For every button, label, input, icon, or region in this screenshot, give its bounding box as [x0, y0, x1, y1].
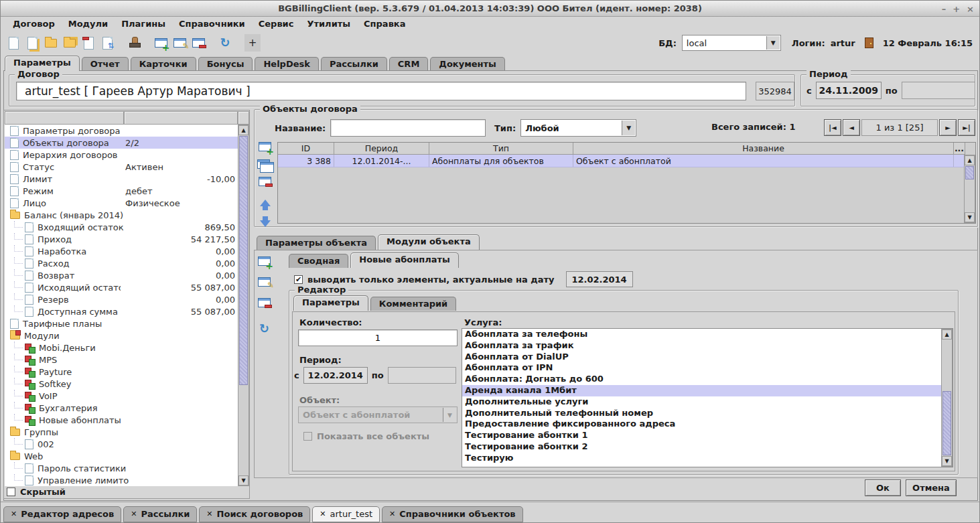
tree-item-tariffs[interactable]: Тарифные планы — [5, 317, 238, 329]
close-icon[interactable]: ✕ — [206, 510, 212, 518]
copy-object-button[interactable] — [257, 159, 273, 171]
minimize-button[interactable]: – — [942, 4, 947, 14]
menu-directories[interactable]: Справочники — [172, 17, 252, 31]
scroll-up-icon[interactable]: ▲ — [942, 329, 952, 340]
tab-new-subscriptions[interactable]: Новые абонплаты — [350, 252, 458, 268]
menu-utilities[interactable]: Утилиты — [300, 17, 357, 31]
tree-item-contract-params[interactable]: Параметры договора — [5, 125, 238, 137]
list-item[interactable]: Предоставление фиксированного адреса — [462, 419, 953, 430]
tree-item-status[interactable]: СтатусАктивен — [5, 161, 238, 173]
sync-documents-button[interactable]: ⇅ — [98, 34, 116, 52]
tab-object-modules[interactable]: Модули объекта — [378, 234, 480, 250]
tree-header-col1[interactable] — [5, 111, 124, 125]
object-type-select[interactable]: Любой ▼ — [520, 119, 636, 137]
tab-mailings[interactable]: Рассылки — [321, 57, 387, 71]
list-item[interactable]: Абонплата: Догнать до 600 — [462, 374, 953, 385]
move-up-button[interactable] — [260, 200, 271, 206]
remove-object-button[interactable] — [259, 177, 271, 188]
menu-plugins[interactable]: Плагины — [115, 17, 172, 31]
tree-scrollbar[interactable]: ▲ ▼ — [238, 125, 249, 486]
tree-item-payture[interactable]: Payture — [5, 366, 238, 378]
col-period[interactable]: Период — [334, 143, 429, 155]
tree-item-balance[interactable]: Баланс (январь 2014) — [5, 209, 238, 221]
tree-item-mps[interactable]: MPS — [5, 354, 238, 366]
tab-crm[interactable]: CRM — [389, 57, 429, 71]
maximize-button[interactable]: + — [953, 4, 960, 14]
service-scrollbar-thumb[interactable] — [942, 391, 951, 455]
window-add-button[interactable] — [152, 34, 169, 52]
add-item-button[interactable] — [258, 256, 271, 268]
tab-parameters[interactable]: Параметры — [5, 56, 80, 71]
quantity-input[interactable] — [298, 329, 458, 346]
tree-item-hierarchy[interactable]: Иерархия договоров — [5, 149, 238, 161]
tree-item-new-subscriptions[interactable]: Новые абонплаты — [5, 414, 238, 426]
tree-item-opening-balance[interactable]: Входящий остаток869,50 — [5, 221, 238, 233]
tree-item-accounting[interactable]: Бухгалтерия — [5, 402, 238, 414]
list-item[interactable]: Дополнительный телефонный номер — [462, 408, 953, 419]
tree-item-contract-objects[interactable]: Объекты договора2/2 — [5, 137, 238, 149]
close-icon[interactable]: ✕ — [131, 510, 137, 518]
tree-item-softkey[interactable]: Softkey — [5, 378, 238, 390]
object-name-input[interactable] — [330, 119, 486, 137]
list-item[interactable]: Тестирую — [462, 453, 953, 464]
list-item[interactable]: Абонплата от DialUP — [462, 352, 953, 363]
edit-item-button[interactable] — [258, 277, 271, 289]
title-bar[interactable]: BGBillingClient (вер. 5.3.679 / 01.04.20… — [1, 1, 979, 17]
table-scrollbar-thumb[interactable] — [965, 166, 974, 179]
actual-date-checkbox[interactable]: ✔ — [294, 275, 303, 284]
hidden-checkbox[interactable] — [7, 488, 15, 496]
tab-editor-comment[interactable]: Комментарий — [370, 297, 456, 311]
bottom-tab-address-editor[interactable]: ✕Редактор адресов — [3, 506, 121, 522]
add-tab-button[interactable]: + — [244, 34, 261, 52]
col-type[interactable]: Тип — [429, 143, 573, 155]
tree-item-available[interactable]: Доступная сумма55 087,00 — [5, 305, 238, 317]
period-to-date[interactable] — [902, 82, 975, 99]
menu-help[interactable]: Справка — [357, 17, 412, 31]
ok-button[interactable]: Ок — [865, 479, 901, 496]
tree-item-income[interactable]: Приход54 217,50 — [5, 233, 238, 245]
list-item[interactable]: Тестирование абонтки 2 — [462, 441, 953, 453]
scroll-down-icon[interactable]: ▼ — [238, 475, 249, 485]
tree-item-groups[interactable]: Группы — [5, 426, 238, 438]
open-document-button[interactable] — [23, 34, 41, 52]
scroll-down-icon[interactable]: ▼ — [965, 212, 975, 222]
tab-documents[interactable]: Документы — [430, 57, 505, 71]
editor-from-date[interactable]: 12.02.2014 — [303, 367, 368, 384]
col-more[interactable]: ... — [954, 143, 965, 155]
bottom-tab-contract-search[interactable]: ✕Поиск договоров — [199, 506, 310, 522]
tree-item-refund[interactable]: Возврат0,00 — [5, 269, 238, 281]
actual-date-field[interactable]: 12.02.2014 — [566, 271, 633, 287]
list-item[interactable]: Абонплата от IPN — [462, 362, 953, 374]
tab-summary[interactable]: Сводная — [289, 254, 348, 268]
editor-to-date[interactable] — [388, 367, 456, 384]
tree-item-mobi-money[interactable]: Mobi.Деньги — [5, 342, 238, 354]
tree-header-col2[interactable] — [124, 111, 238, 125]
menu-service[interactable]: Сервис — [252, 17, 301, 31]
col-id[interactable]: ID — [278, 143, 334, 155]
refresh-button[interactable]: ↻ — [216, 34, 234, 52]
pager-next-button[interactable]: ► — [939, 119, 957, 136]
list-item[interactable]: Дополнительные услуги — [462, 396, 953, 408]
tree-scrollbar-thumb[interactable] — [239, 136, 248, 385]
bottom-tab-mailings[interactable]: ✕Рассылки — [123, 506, 197, 522]
tab-helpdesk[interactable]: HelpDesk — [255, 57, 318, 71]
tab-object-parameters[interactable]: Параметры объекта — [257, 236, 376, 250]
contract-name-field[interactable]: artur_test [ Гареев Артур Маратович ] — [16, 82, 746, 100]
logout-door-icon[interactable] — [865, 38, 873, 48]
add-object-button[interactable] — [259, 142, 271, 153]
tree-item-web[interactable]: Web — [5, 450, 238, 462]
service-list-scrollbar[interactable]: ▲ ▼ — [941, 329, 953, 467]
tree-item-group-002[interactable]: 002 — [5, 438, 238, 450]
folder-button[interactable] — [42, 34, 60, 52]
tree-item-limit-management[interactable]: Управление лимито — [5, 474, 238, 486]
tree-item-stats-password[interactable]: Пароль статистики — [5, 462, 238, 474]
move-down-button[interactable] — [260, 220, 271, 227]
bottom-tab-artur-test[interactable]: ✕artur_test — [312, 506, 380, 522]
db-select[interactable]: local ▼ — [682, 35, 781, 51]
tree-item-voip[interactable]: VoIP — [5, 390, 238, 402]
remove-item-button[interactable] — [258, 298, 271, 309]
refresh-icon[interactable]: ↻ — [259, 323, 269, 335]
tree-item-modules[interactable]: Модули — [5, 329, 238, 342]
list-item[interactable]: Абонплата за телефоны — [462, 329, 953, 340]
close-icon[interactable]: ✕ — [320, 510, 326, 518]
